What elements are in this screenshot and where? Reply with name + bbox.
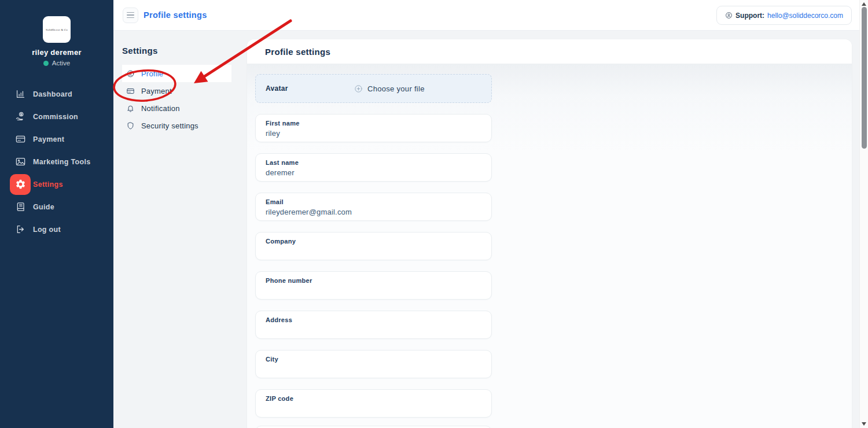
page-title: Profile settings — [144, 10, 207, 20]
support-agent-icon — [725, 12, 733, 19]
support-email-link[interactable]: hello@soliddecorco.com — [767, 12, 843, 20]
choose-file-button[interactable]: Choose your file — [354, 84, 425, 93]
gear-icon — [10, 174, 31, 195]
last-name-input[interactable]: deremer — [266, 168, 481, 177]
card-title: Profile settings — [265, 47, 330, 57]
settings-tab-label: Payment — [141, 87, 172, 95]
shield-icon — [126, 121, 135, 130]
settings-tab-label: Notification — [141, 104, 180, 113]
brand-logo-text: SolidDecor & Co — [46, 28, 68, 31]
sidebar-item-logout[interactable]: Log out — [0, 218, 113, 241]
email-input[interactable]: rileyderemer@gmail.com — [266, 208, 481, 216]
book-icon — [10, 197, 31, 217]
settings-tab-label: Profile — [141, 69, 163, 78]
avatar-label: Avatar — [266, 84, 344, 93]
card-header: Profile settings — [247, 39, 852, 64]
sidebar-item-dashboard[interactable]: Dashboard — [0, 83, 113, 105]
bell-icon — [126, 104, 135, 113]
profile-settings-card: Profile settings Avatar Choose your file… — [247, 39, 852, 428]
settings-submenu-title: Settings — [122, 46, 244, 56]
field-label: First name — [266, 120, 481, 127]
credit-card-icon — [10, 129, 31, 150]
sidebar-nav: Dashboard Commission Payment Marketing T… — [0, 83, 113, 241]
settings-submenu: Settings Profile Payment Notification Se… — [122, 46, 244, 134]
plus-circle-icon — [354, 84, 363, 93]
settings-tab-security[interactable]: Security settings — [122, 117, 231, 134]
field-label: Last name — [266, 159, 481, 166]
sidebar-item-guide[interactable]: Guide — [0, 195, 113, 218]
user-name: riley deremer — [0, 48, 113, 57]
field-label: Company — [266, 238, 481, 245]
sidebar-item-label: Marketing Tools — [33, 158, 90, 166]
company-field[interactable]: Company — [255, 232, 492, 260]
last-name-field[interactable]: Last name deremer — [255, 153, 492, 182]
sidebar-item-payment[interactable]: Payment — [0, 128, 113, 150]
field-label: Email — [266, 198, 481, 205]
sidebar-item-settings[interactable]: Settings — [0, 173, 113, 195]
bar-chart-icon — [10, 84, 31, 105]
address-field[interactable]: Address — [255, 311, 492, 339]
email-field[interactable]: Email rileyderemer@gmail.com — [255, 193, 492, 221]
scrollbar-thumb[interactable] — [862, 7, 867, 149]
credit-card-icon — [126, 87, 135, 95]
brand-logo: SolidDecor & Co — [43, 16, 71, 43]
image-icon — [10, 152, 31, 172]
support-label: Support: — [735, 12, 764, 20]
next-field-partial — [255, 426, 492, 428]
company-input[interactable] — [266, 247, 481, 256]
city-field[interactable]: City — [255, 350, 492, 378]
sidebar-item-label: Payment — [33, 135, 64, 143]
sidebar-item-label: Commission — [33, 113, 78, 121]
sidebar-item-marketing-tools[interactable]: Marketing Tools — [0, 150, 113, 173]
sidebar-item-label: Dashboard — [33, 90, 72, 98]
user-circle-icon — [126, 69, 135, 78]
avatar-upload[interactable]: Avatar Choose your file — [255, 74, 492, 103]
main-sidebar: SolidDecor & Co riley deremer Active Das… — [0, 0, 113, 428]
sidebar-item-label: Log out — [33, 226, 61, 234]
settings-tab-notification[interactable]: Notification — [122, 99, 231, 117]
field-label: Address — [266, 316, 481, 323]
menu-toggle-button[interactable] — [123, 8, 138, 23]
field-label: ZIP code — [266, 395, 481, 402]
settings-tab-label: Security settings — [141, 121, 198, 130]
field-label: City — [266, 356, 481, 363]
first-name-input[interactable]: riley — [266, 129, 481, 138]
zip-code-field[interactable]: ZIP code — [255, 389, 492, 418]
first-name-field[interactable]: First name riley — [255, 114, 492, 142]
topbar: Profile settings Support: hello@soliddec… — [113, 0, 859, 31]
logout-icon — [10, 219, 31, 240]
city-input[interactable] — [266, 365, 481, 374]
user-status: Active — [0, 60, 113, 67]
choose-file-label: Choose your file — [367, 84, 425, 93]
field-label: Phone number — [266, 277, 481, 284]
settings-tab-profile[interactable]: Profile — [122, 65, 231, 82]
card-body: Avatar Choose your file First name riley… — [247, 64, 852, 428]
support-pill: Support: hello@soliddecorco.com — [716, 6, 852, 25]
phone-number-input[interactable] — [266, 286, 481, 295]
scroll-up-icon[interactable] — [862, 2, 866, 6]
status-text: Active — [52, 60, 70, 67]
zip-code-input[interactable] — [266, 404, 481, 413]
phone-number-field[interactable]: Phone number — [255, 271, 492, 300]
vertical-scrollbar[interactable] — [859, 0, 868, 428]
scroll-down-icon[interactable] — [862, 422, 866, 426]
sidebar-item-label: Settings — [33, 180, 63, 189]
page-content: Settings Profile Payment Notification Se… — [113, 31, 859, 428]
sidebar-item-label: Guide — [33, 203, 54, 211]
address-input[interactable] — [266, 326, 481, 334]
sidebar-item-commission[interactable]: Commission — [0, 105, 113, 128]
status-dot — [43, 61, 49, 66]
settings-tab-payment[interactable]: Payment — [122, 82, 231, 99]
hand-dollar-icon — [10, 106, 31, 127]
